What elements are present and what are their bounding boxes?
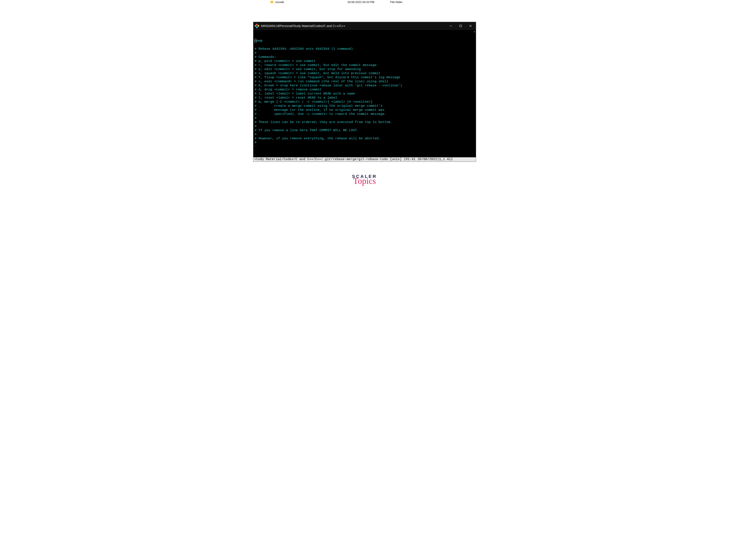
editor-line: # s, squash <commit> = use commit, but m… — [255, 71, 381, 75]
editor-line: # — [255, 141, 257, 144]
vim-tilde: ~ — [255, 145, 257, 149]
maximize-button[interactable] — [456, 23, 466, 29]
scrollbar[interactable] — [473, 31, 475, 157]
status-time: (01:41 20/08/2022) — [404, 157, 439, 161]
editor-line: # . create a merge commit using the orig… — [255, 104, 383, 108]
editor-line: # — [255, 132, 257, 136]
editor-line: # These lines can be re-ordered; they ar… — [255, 120, 392, 124]
status-format: [unix] — [390, 157, 402, 161]
editor-line: # — [255, 116, 257, 120]
window-title: MINGW64:/d/Personal/Study Material/Codes… — [261, 24, 345, 28]
brand-logo: SCALER Topics — [347, 174, 382, 185]
editor-line: # e, edit <commit> = use commit, but sto… — [255, 67, 361, 71]
editor-tildes: ~ ~ ~ — [255, 145, 474, 157]
terminal-editor[interactable]: noop # Rebase 4d42394..4d42394 onto 4d42… — [253, 30, 476, 157]
editor-line: # — [255, 124, 257, 128]
editor-line: # However, if you remove everything, the… — [255, 137, 381, 140]
close-button[interactable] — [466, 23, 475, 29]
terminal-window: MINGW64:/d/Personal/Study Material/Codes… — [253, 22, 476, 162]
editor-comment-block: # Rebase 4d42394..4d42394 onto 4d42394 (… — [255, 43, 474, 145]
vim-statusbar: <tudy Material/Codes/C and C++/C++/.git/… — [253, 157, 476, 162]
editor-line: # Commands: — [255, 55, 276, 59]
mingw-icon — [255, 24, 259, 28]
editor-line: # p, pick <commit> = use commit — [255, 59, 316, 63]
editor-line: # l, label <label> = label current HEAD … — [255, 92, 355, 96]
editor-line: # d, drop <commit> = remove commit — [255, 88, 322, 92]
editor-line: # Rebase 4d42394..4d42394 onto 4d42394 (… — [255, 47, 353, 51]
folder-type: File folder — [390, 0, 403, 4]
folder-icon — [270, 1, 273, 3]
editor-line: # . specified). Use -c <commit> to rewor… — [255, 112, 386, 116]
svg-rect-1 — [460, 25, 461, 27]
noop-word: noop — [255, 39, 263, 43]
window-titlebar[interactable]: MINGW64:/d/Personal/Study Material/Codes… — [253, 22, 476, 30]
editor-line: # x, exec <command> = run command (the r… — [255, 80, 388, 83]
vim-tilde: ~ — [255, 149, 257, 153]
editor-line: # . message (or the oneline, if no origi… — [255, 108, 385, 112]
editor-line: # — [255, 51, 257, 55]
status-scroll: All — [447, 157, 453, 161]
editor-first-line: noop — [255, 39, 263, 43]
editor-line: # m, merge [-C <commit> | -c <commit>] <… — [255, 100, 373, 104]
minimize-button[interactable] — [446, 23, 456, 29]
editor-line: # If you remove a line here THAT COMMIT … — [255, 128, 359, 132]
scroll-up-icon[interactable] — [473, 31, 475, 32]
folder-label: .vscode — [275, 0, 284, 4]
folder-date: 19-08-2022 04:33 PM — [347, 0, 374, 4]
status-path: <tudy Material/Codes/C and C++/C++/.git/… — [254, 157, 388, 161]
editor-line: # b, break = stop here (continue rebase … — [255, 84, 402, 87]
editor-line: # t, reset <label> = reset HEAD to a lab… — [255, 96, 337, 100]
vim-tilde: ~ — [255, 153, 257, 157]
folder-item: .vscode — [270, 0, 284, 4]
status-pos: 1,1 — [439, 157, 445, 161]
editor-line: # r, reword <commit> = use commit, but e… — [255, 63, 377, 67]
editor-line: # f, fixup <commit> = like "squash", but… — [255, 75, 400, 79]
